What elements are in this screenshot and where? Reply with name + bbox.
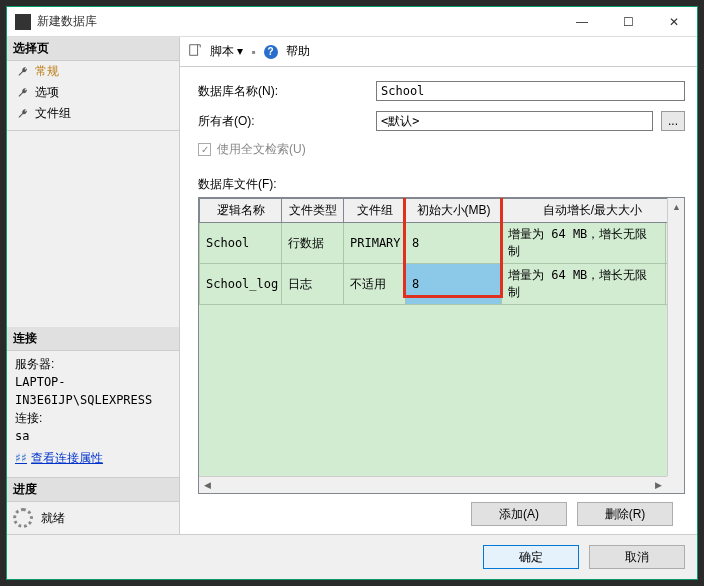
scroll-corner [667, 476, 684, 493]
cell-autogrowth[interactable]: 增量为 64 MB，增长无限制 [502, 264, 666, 305]
progress-spinner-icon [13, 508, 33, 528]
fulltext-checkbox: ✓ [198, 143, 211, 156]
wrench-icon [17, 108, 29, 120]
scroll-up-icon[interactable]: ▲ [668, 198, 685, 215]
cell-autogrowth[interactable]: 增量为 64 MB，增长无限制 [502, 223, 666, 264]
owner-input[interactable] [376, 111, 653, 131]
cell-initial-size[interactable]: 8 [406, 264, 502, 305]
connection-value: sa [15, 427, 171, 445]
connection-label: 连接: [15, 409, 171, 427]
title-bar: 新建数据库 — ☐ ✕ [7, 7, 697, 37]
col-initial-size[interactable]: 初始大小(MB) [406, 199, 502, 223]
wrench-icon [17, 87, 29, 99]
minimize-button[interactable]: — [559, 7, 605, 37]
sidebar-page-label: 选项 [35, 84, 59, 101]
cell-filegroup[interactable]: 不适用 [344, 264, 406, 305]
maximize-button[interactable]: ☐ [605, 7, 651, 37]
server-value: LAPTOP-IN3E6IJP\SQLEXPRESS [15, 373, 171, 409]
sidebar-page-label: 文件组 [35, 105, 71, 122]
app-icon [15, 14, 31, 30]
dbname-label: 数据库名称(N): [198, 83, 368, 100]
progress-header: 进度 [7, 478, 179, 502]
col-autogrowth[interactable]: 自动增长/最大大小 [502, 199, 684, 223]
wrench-icon [17, 66, 29, 78]
vertical-scrollbar[interactable]: ▲ [667, 198, 684, 476]
help-icon: ? [264, 45, 278, 59]
window-title: 新建数据库 [37, 13, 559, 30]
sidebar: 选择页 常规 选项 文件组 连接 服务器: L [7, 37, 180, 534]
main-panel: 脚本 ▾ ▪ ? 帮助 数据库名称(N): 所有者(O): ... ✓ 使用全文… [180, 37, 697, 534]
toolbar-separator: ▪ [251, 45, 255, 59]
script-icon [188, 43, 202, 60]
remove-button[interactable]: 删除(R) [577, 502, 673, 526]
progress-status: 就绪 [41, 510, 65, 527]
cell-filegroup[interactable]: PRIMARY [344, 223, 406, 264]
server-label: 服务器: [15, 355, 171, 373]
chevron-down-icon: ▾ [237, 44, 243, 58]
svg-rect-0 [190, 45, 198, 56]
fulltext-label: 使用全文检索(U) [217, 141, 306, 158]
files-grid[interactable]: 逻辑名称 文件类型 文件组 初始大小(MB) 自动增长/最大大小 School … [199, 198, 684, 305]
close-button[interactable]: ✕ [651, 7, 697, 37]
connection-header: 连接 [7, 327, 179, 351]
sidebar-page-general[interactable]: 常规 [7, 61, 179, 82]
view-connection-properties-link[interactable]: ♯♯ 查看连接属性 [15, 449, 103, 467]
owner-browse-button[interactable]: ... [661, 111, 685, 131]
link-icon: ♯♯ [15, 449, 27, 467]
owner-label: 所有者(O): [198, 113, 368, 130]
sidebar-page-label: 常规 [35, 63, 59, 80]
cell-logical-name[interactable]: School_log [200, 264, 282, 305]
scroll-right-icon[interactable]: ▶ [650, 477, 667, 494]
files-grid-container: 逻辑名称 文件类型 文件组 初始大小(MB) 自动增长/最大大小 School … [198, 197, 685, 494]
col-filegroup[interactable]: 文件组 [344, 199, 406, 223]
scroll-left-icon[interactable]: ◀ [199, 477, 216, 494]
cell-initial-size[interactable]: 8 [406, 223, 502, 264]
add-button[interactable]: 添加(A) [471, 502, 567, 526]
sidebar-page-options[interactable]: 选项 [7, 82, 179, 103]
sidebar-page-filegroups[interactable]: 文件组 [7, 103, 179, 124]
cancel-button[interactable]: 取消 [589, 545, 685, 569]
toolbar: 脚本 ▾ ▪ ? 帮助 [180, 37, 697, 67]
files-label: 数据库文件(F): [198, 176, 685, 193]
table-row[interactable]: School 行数据 PRIMARY 8 增量为 64 MB，增长无限制 … [200, 223, 684, 264]
col-file-type[interactable]: 文件类型 [282, 199, 344, 223]
select-page-header: 选择页 [7, 37, 179, 61]
dialog-footer: 确定 取消 [7, 534, 697, 579]
horizontal-scrollbar[interactable]: ◀ ▶ [199, 476, 667, 493]
script-dropdown[interactable]: 脚本 ▾ [210, 43, 243, 60]
table-row[interactable]: School_log 日志 不适用 8 增量为 64 MB，增长无限制 … [200, 264, 684, 305]
help-button[interactable]: 帮助 [286, 43, 310, 60]
cell-logical-name[interactable]: School [200, 223, 282, 264]
dbname-input[interactable] [376, 81, 685, 101]
cell-file-type[interactable]: 行数据 [282, 223, 344, 264]
col-logical-name[interactable]: 逻辑名称 [200, 199, 282, 223]
ok-button[interactable]: 确定 [483, 545, 579, 569]
new-database-dialog: 新建数据库 — ☐ ✕ 选择页 常规 选项 文件组 [6, 6, 698, 580]
cell-file-type[interactable]: 日志 [282, 264, 344, 305]
